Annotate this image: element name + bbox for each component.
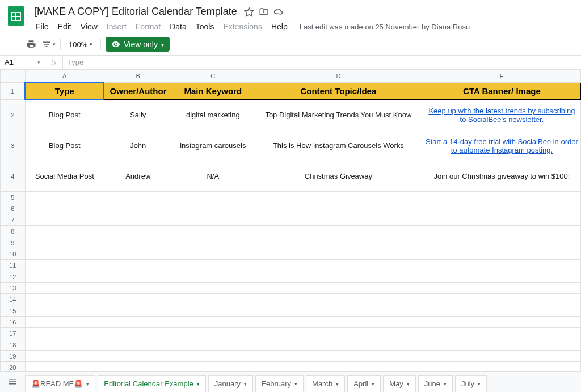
row-header[interactable]: 19: [1, 351, 26, 362]
cell[interactable]: [423, 283, 580, 294]
menu-view[interactable]: View: [77, 20, 102, 33]
cell[interactable]: [172, 294, 254, 305]
cell[interactable]: [104, 317, 172, 328]
cell[interactable]: [423, 294, 580, 305]
cell[interactable]: [172, 237, 254, 248]
cell-c1[interactable]: Main Keyword: [172, 83, 254, 100]
cell-e1[interactable]: CTA Banner/ Image: [423, 83, 580, 100]
cell[interactable]: [104, 248, 172, 260]
cell[interactable]: [172, 328, 254, 339]
col-header-d[interactable]: D: [254, 70, 423, 83]
sheet-tab[interactable]: January▾: [208, 375, 253, 392]
row-header[interactable]: 5: [1, 192, 26, 203]
zoom-dropdown[interactable]: 100% ▾: [65, 40, 96, 49]
cell[interactable]: [104, 328, 172, 339]
cell[interactable]: [104, 283, 172, 294]
cell[interactable]: [423, 260, 580, 271]
cell[interactable]: [25, 351, 104, 362]
cell[interactable]: [25, 237, 104, 248]
row-header[interactable]: 13: [1, 283, 26, 294]
cell[interactable]: Join our Christmas giveaway to win $100!: [423, 161, 580, 192]
cell[interactable]: [172, 214, 254, 226]
move-icon[interactable]: [259, 7, 269, 17]
cell[interactable]: [25, 214, 104, 226]
cell[interactable]: [25, 203, 104, 214]
cell[interactable]: Keep up with the latest trends by subscr…: [423, 100, 580, 130]
cell[interactable]: digital marketing: [172, 100, 254, 130]
sheet-tab[interactable]: 🚨READ ME🚨▾: [25, 375, 95, 392]
print-icon[interactable]: [24, 37, 39, 52]
row-header[interactable]: 16: [1, 317, 26, 328]
cell[interactable]: instagram carousels: [172, 130, 254, 161]
cell[interactable]: Top Digital Marketing Trends You Must Kn…: [254, 100, 423, 130]
select-all-corner[interactable]: [1, 70, 26, 83]
menu-data[interactable]: Data: [166, 20, 191, 33]
cell[interactable]: [423, 203, 580, 214]
cell[interactable]: [25, 294, 104, 305]
cell[interactable]: Blog Post: [25, 130, 104, 161]
row-header[interactable]: 7: [1, 214, 26, 226]
cell[interactable]: [104, 339, 172, 351]
cell[interactable]: [25, 192, 104, 203]
row-header[interactable]: 17: [1, 328, 26, 339]
cell[interactable]: [25, 226, 104, 237]
sheet-tab[interactable]: June▾: [418, 375, 453, 392]
menu-help[interactable]: Help: [267, 20, 292, 33]
row-header[interactable]: 3: [1, 130, 26, 161]
cell[interactable]: This is How Instagram Carousels Works: [254, 130, 423, 161]
cell-d1[interactable]: Content Topic/Idea: [254, 83, 423, 100]
cloud-icon[interactable]: [273, 7, 284, 17]
menu-tools[interactable]: Tools: [192, 20, 218, 33]
row-header[interactable]: 12: [1, 271, 26, 283]
sheet-tab[interactable]: April▾: [347, 375, 381, 392]
cell[interactable]: [25, 339, 104, 351]
cell[interactable]: [104, 294, 172, 305]
doc-title[interactable]: [MAKE A COPY] Editorial Calendar Templat…: [32, 5, 239, 19]
cell[interactable]: [254, 271, 423, 283]
cell[interactable]: [104, 214, 172, 226]
cell[interactable]: [104, 192, 172, 203]
sheet-tab[interactable]: July▾: [455, 375, 487, 392]
row-header[interactable]: 2: [1, 100, 26, 130]
cell[interactable]: [254, 328, 423, 339]
row-header[interactable]: 1: [1, 83, 26, 100]
cell[interactable]: [172, 248, 254, 260]
cell[interactable]: [254, 237, 423, 248]
cell[interactable]: Blog Post: [25, 100, 104, 130]
cell[interactable]: N/A: [172, 161, 254, 192]
cell[interactable]: Sally: [104, 100, 172, 130]
row-header[interactable]: 8: [1, 226, 26, 237]
cell[interactable]: [254, 351, 423, 362]
cell[interactable]: Christmas Giveaway: [254, 161, 423, 192]
cell-a1[interactable]: Type: [25, 83, 104, 100]
name-box[interactable]: A1 ▾: [0, 56, 45, 69]
col-header-e[interactable]: E: [423, 70, 580, 83]
sheet-tab[interactable]: May▾: [383, 375, 416, 392]
cell[interactable]: [254, 317, 423, 328]
star-icon[interactable]: [244, 7, 254, 17]
cell[interactable]: [104, 203, 172, 214]
cell[interactable]: [104, 226, 172, 237]
cell[interactable]: [172, 283, 254, 294]
cell[interactable]: [423, 317, 580, 328]
cell[interactable]: [423, 237, 580, 248]
all-sheets-icon[interactable]: [2, 373, 23, 390]
cell[interactable]: [423, 214, 580, 226]
cell[interactable]: [172, 305, 254, 317]
cell[interactable]: [423, 328, 580, 339]
formula-input[interactable]: Type: [63, 56, 581, 69]
row-header[interactable]: 14: [1, 294, 26, 305]
cell[interactable]: [254, 283, 423, 294]
cell[interactable]: [25, 248, 104, 260]
cell[interactable]: [172, 203, 254, 214]
cell[interactable]: [172, 317, 254, 328]
cell[interactable]: [104, 237, 172, 248]
cell[interactable]: [25, 328, 104, 339]
cell[interactable]: [423, 351, 580, 362]
row-header[interactable]: 10: [1, 248, 26, 260]
cell[interactable]: [104, 351, 172, 362]
sheets-logo[interactable]: [5, 5, 27, 27]
cell[interactable]: Social Media Post: [25, 161, 104, 192]
col-header-b[interactable]: B: [104, 70, 172, 83]
cell[interactable]: [254, 226, 423, 237]
